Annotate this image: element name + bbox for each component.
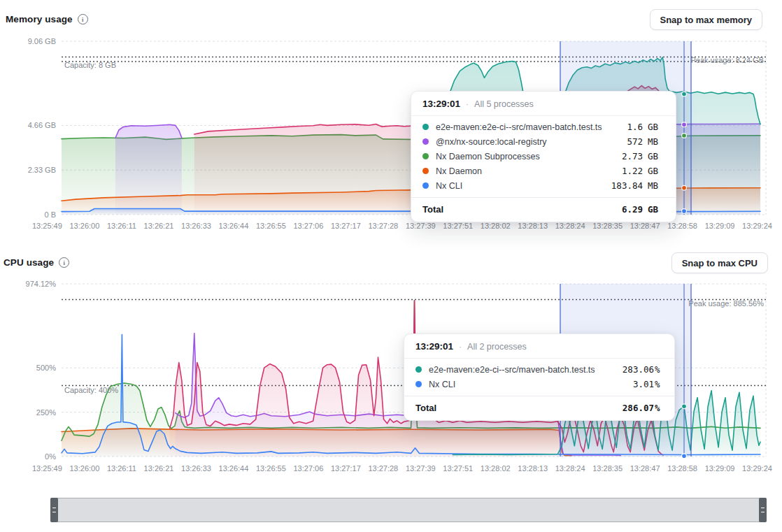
tooltip-row: e2e-maven:e2e-ci--src/maven-batch.test.t… <box>411 120 676 134</box>
x-tick-label: 13:28:35 <box>592 464 623 473</box>
y-tick-label: 0% <box>0 452 56 461</box>
tooltip-rows: e2e-maven:e2e-ci--src/maven-batch.test.t… <box>404 358 674 393</box>
y-tick-label: 4.66 GB <box>0 121 56 129</box>
tooltip-row: Nx CLI183.84MB <box>411 178 676 193</box>
x-tick-label: 13:28:24 <box>555 464 585 473</box>
x-tick-label: 13:28:58 <box>667 464 697 473</box>
hover-point-blue <box>682 209 687 214</box>
tooltip-subtitle: All 2 processes <box>467 342 527 352</box>
grip-icon <box>761 508 765 512</box>
grip-icon <box>52 508 56 512</box>
cpu-title-label: CPU usage <box>3 257 54 268</box>
process-value: 283.06 <box>623 364 654 375</box>
x-tick-label: 13:26:44 <box>219 222 249 230</box>
x-tick-label: 13:26:33 <box>181 222 211 230</box>
memory-chart-title: Memory usage i <box>6 14 88 24</box>
x-tick-label: 13:28:58 <box>667 222 697 230</box>
x-tick-label: 13:28:24 <box>555 222 585 230</box>
x-tick-label: 13:28:13 <box>518 222 548 230</box>
profiler-page: Memory usage i Snap to max memory CPU us… <box>0 0 782 532</box>
x-tick-label: 13:26:00 <box>69 464 99 473</box>
tooltip-total-unit: GB <box>648 204 664 215</box>
x-tick-label: 13:27:06 <box>293 464 323 473</box>
memory-title-label: Memory usage <box>6 14 73 24</box>
series-color-dot <box>422 124 429 130</box>
cpu-chart-title: CPU usage i <box>3 257 69 268</box>
info-icon[interactable]: i <box>59 257 69 268</box>
process-unit: GB <box>648 122 664 132</box>
series-color-dot <box>422 153 429 159</box>
tooltip-total-value: 6.29 <box>622 204 643 215</box>
process-name: e2e-maven:e2e-ci--src/maven-batch.test.t… <box>429 365 623 375</box>
y-tick-label: 500% <box>0 364 56 372</box>
y-tick-label: 2.33 GB <box>0 166 56 174</box>
process-name: Nx Daemon Subprocesses <box>436 152 622 161</box>
tooltip-time: 13:29:01 <box>415 341 453 352</box>
x-tick-label: 13:26:11 <box>107 464 136 473</box>
tooltip-total-label: Total <box>422 204 622 215</box>
process-value: 1.22 <box>622 166 643 176</box>
series-color-dot <box>415 381 422 387</box>
tooltip-row: Nx CLI3.01% <box>404 377 674 391</box>
x-tick-label: 13:27:06 <box>293 222 323 230</box>
tooltip-total-label: Total <box>415 403 623 413</box>
x-tick-label: 13:27:51 <box>443 222 473 230</box>
brush-handle-right[interactable] <box>759 498 767 522</box>
x-tick-label: 13:29:24 <box>742 464 772 473</box>
memory-tooltip: 13:29:01 · All 5 processes e2e-maven:e2e… <box>411 91 676 222</box>
memory-capacity-label: Capacity: 8 GB <box>64 61 116 69</box>
x-tick-label: 13:28:47 <box>630 222 660 230</box>
info-icon[interactable]: i <box>78 14 88 24</box>
process-unit: % <box>655 379 663 389</box>
tooltip-row: Nx Daemon Subprocesses2.73GB <box>411 149 676 164</box>
y-tick-label: 974.12% <box>0 280 56 288</box>
cpu-x-axis: 13:25:4913:26:0013:26:1113:26:2113:26:33… <box>32 464 772 473</box>
x-tick-label: 13:28:02 <box>481 464 511 473</box>
process-value: 1.6 <box>627 122 643 132</box>
hover-point-teal <box>682 404 687 409</box>
x-tick-label: 13:27:17 <box>331 222 361 230</box>
x-tick-label: 13:28:47 <box>630 464 660 473</box>
cpu-capacity-label: Capacity: 400% <box>64 386 118 394</box>
snap-to-max-memory-button[interactable]: Snap to max memory <box>650 9 763 30</box>
process-value: 3.01 <box>633 379 654 389</box>
process-name: e2e-maven:e2e-ci--src/maven-batch.test.t… <box>436 122 627 132</box>
x-tick-label: 13:27:28 <box>368 464 398 473</box>
process-unit: GB <box>648 151 664 161</box>
hover-point-green <box>682 134 687 138</box>
process-name: Nx Daemon <box>436 166 622 176</box>
hover-point-teal <box>682 92 687 96</box>
cpu-tooltip: 13:29:01 · All 2 processes e2e-maven:e2e… <box>404 333 675 421</box>
process-name: Nx CLI <box>429 380 633 389</box>
process-name: @nx/nx-source:local-registry <box>436 137 627 147</box>
process-unit: % <box>655 364 663 375</box>
tooltip-row: @nx/nx-source:local-registry572MB <box>411 134 676 149</box>
timeline-brush-track[interactable] <box>50 498 767 522</box>
brush-handle-left[interactable] <box>50 498 58 522</box>
series-color-dot <box>422 168 429 174</box>
tooltip-subtitle: All 5 processes <box>474 99 534 109</box>
x-tick-label: 13:26:21 <box>144 222 174 230</box>
x-tick-label: 13:26:55 <box>256 464 286 473</box>
x-tick-label: 13:29:09 <box>705 222 735 230</box>
snap-to-max-cpu-button[interactable]: Snap to max CPU <box>671 252 768 273</box>
tooltip-total-row: Total 6.29 GB <box>411 197 676 222</box>
x-tick-label: 13:29:24 <box>742 222 772 230</box>
tooltip-row: Nx Daemon1.22GB <box>411 164 676 178</box>
charts-canvas[interactable] <box>0 0 782 532</box>
tooltip-total-unit: % <box>655 403 663 413</box>
y-tick-label: 250% <box>0 408 56 417</box>
hover-point-blue <box>682 454 687 459</box>
memory-x-axis: 13:25:4913:26:0013:26:1113:26:2113:26:33… <box>32 222 772 230</box>
process-value: 2.73 <box>622 151 643 161</box>
series-color-dot <box>415 366 422 373</box>
series-color-dot <box>422 138 429 145</box>
hover-point-purple <box>682 122 687 127</box>
process-unit: MB <box>648 180 664 191</box>
x-tick-label: 13:28:02 <box>481 222 511 230</box>
x-tick-label: 13:27:17 <box>331 464 361 473</box>
x-tick-label: 13:28:13 <box>518 464 548 473</box>
tooltip-total-value: 286.07 <box>623 403 654 413</box>
x-tick-label: 13:26:11 <box>107 222 136 230</box>
x-tick-label: 13:27:39 <box>406 464 436 473</box>
